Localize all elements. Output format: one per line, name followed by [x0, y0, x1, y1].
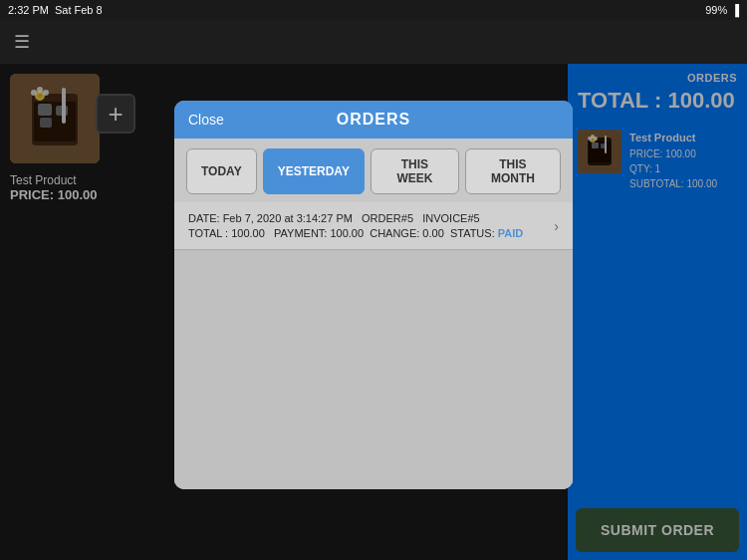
status-bar: 2:32 PM Sat Feb 8 99% ▐ — [0, 0, 747, 20]
modal-overlay: Close ORDERS TODAY YESTERDAY THIS WEEK T… — [0, 20, 747, 560]
order-row[interactable]: DATE: Feb 7, 2020 at 3:14:27 PM ORDER#5 … — [174, 202, 573, 250]
order-status-badge: PAID — [498, 227, 523, 239]
status-time: 2:32 PM — [8, 4, 49, 16]
main-area: ☰ — [0, 20, 747, 560]
tab-this-month[interactable]: THIS MONTH — [465, 148, 561, 194]
chevron-right-icon: › — [554, 218, 559, 234]
orders-modal: Close ORDERS TODAY YESTERDAY THIS WEEK T… — [174, 101, 573, 489]
status-bar-left: 2:32 PM Sat Feb 8 — [8, 4, 103, 16]
order-row-line1: DATE: Feb 7, 2020 at 3:14:27 PM ORDER#5 … — [188, 212, 554, 224]
modal-tabs: TODAY YESTERDAY THIS WEEK THIS MONTH — [174, 139, 573, 202]
status-date: Sat Feb 8 — [55, 4, 103, 16]
modal-header: Close ORDERS — [174, 101, 573, 139]
battery-text: 99% — [705, 4, 727, 16]
battery-icon: ▐ — [731, 4, 739, 16]
modal-content: DATE: Feb 7, 2020 at 3:14:27 PM ORDER#5 … — [174, 202, 573, 489]
status-bar-right: 99% ▐ — [705, 4, 739, 16]
modal-title: ORDERS — [337, 111, 410, 129]
modal-empty-space — [174, 250, 573, 489]
order-row-line2: TOTAL : 100.00 PAYMENT: 100.00 CHANGE: 0… — [188, 227, 554, 239]
tab-today[interactable]: TODAY — [186, 148, 257, 194]
tab-this-week[interactable]: THIS WEEK — [371, 148, 459, 194]
order-row-content: DATE: Feb 7, 2020 at 3:14:27 PM ORDER#5 … — [188, 212, 554, 239]
modal-close-button[interactable]: Close — [188, 112, 224, 128]
tab-yesterday[interactable]: YESTERDAY — [263, 148, 365, 194]
